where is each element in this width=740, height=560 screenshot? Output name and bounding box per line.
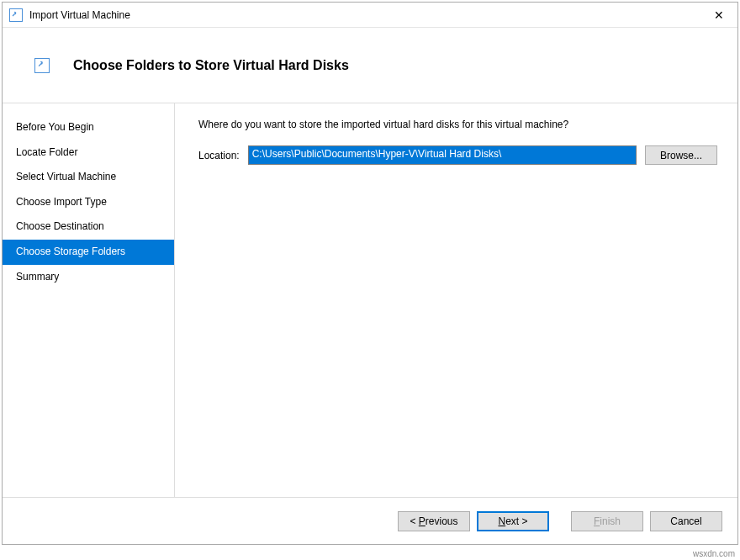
sidebar-item-locate-folder[interactable]: Locate Folder [3, 140, 174, 166]
wizard-footer: < Previous Next > Finish Cancel [3, 497, 737, 544]
window-title: Import Virtual Machine [29, 9, 700, 21]
previous-button[interactable]: < Previous [398, 511, 470, 531]
cancel-button[interactable]: Cancel [650, 511, 722, 531]
wizard-steps-sidebar: Before You Begin Locate Folder Select Vi… [3, 103, 175, 497]
page-title: Choose Folders to Store Virtual Hard Dis… [73, 58, 349, 73]
watermark: wsxdn.com [693, 549, 735, 558]
prompt-text: Where do you want to store the imported … [198, 119, 717, 130]
location-input[interactable]: C:\Users\Public\Documents\Hyper-V\Virtua… [248, 145, 637, 165]
close-button[interactable]: ✕ [700, 3, 737, 28]
browse-button[interactable]: Browse... [645, 145, 717, 165]
wizard-header: Choose Folders to Store Virtual Hard Dis… [3, 28, 737, 103]
sidebar-item-import-type[interactable]: Choose Import Type [3, 190, 174, 215]
wizard-icon [34, 58, 50, 73]
sidebar-item-summary[interactable]: Summary [3, 265, 174, 290]
wizard-content: Where do you want to store the imported … [175, 103, 737, 497]
sidebar-item-select-vm[interactable]: Select Virtual Machine [3, 165, 174, 190]
sidebar-item-storage-folders[interactable]: Choose Storage Folders [3, 240, 174, 265]
finish-button: Finish [571, 511, 643, 531]
location-row: Location: C:\Users\Public\Documents\Hype… [198, 145, 717, 165]
titlebar: Import Virtual Machine ✕ [3, 3, 737, 28]
sidebar-item-destination[interactable]: Choose Destination [3, 214, 174, 240]
wizard-window: Import Virtual Machine ✕ Choose Folders … [2, 2, 738, 545]
next-button[interactable]: Next > [477, 511, 549, 531]
location-label: Location: [198, 150, 240, 161]
sidebar-item-before-you-begin[interactable]: Before You Begin [3, 115, 174, 140]
app-icon [9, 8, 23, 22]
wizard-body: Before You Begin Locate Folder Select Vi… [3, 103, 737, 497]
